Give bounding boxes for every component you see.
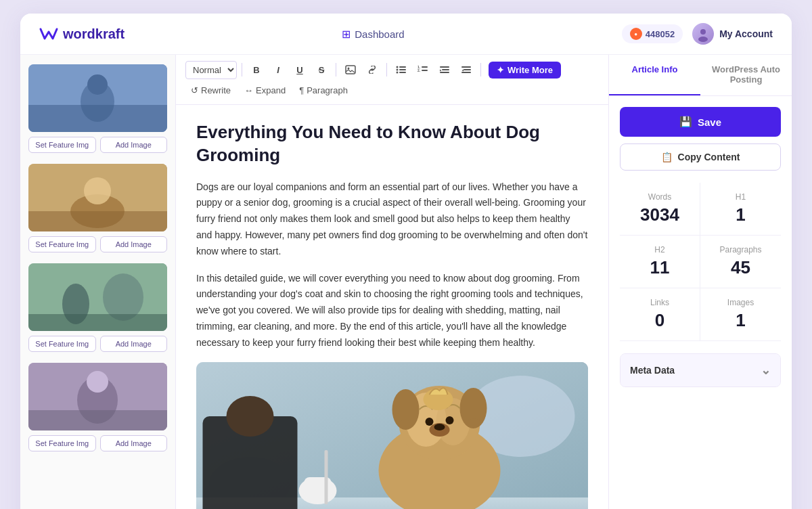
image-actions: Set Feature Img Add Image xyxy=(28,236,167,252)
ordered-list-button[interactable]: 1.2. xyxy=(413,60,432,79)
image-thumbnail xyxy=(28,164,167,231)
editor-content[interactable]: Everything You Need to Know About Dog Gr… xyxy=(176,105,608,509)
stat-links: Links 0 xyxy=(620,288,700,341)
nav-right: ● 448052 My Account xyxy=(622,23,773,45)
add-image-btn[interactable]: Add Image xyxy=(100,336,168,352)
italic-button[interactable]: I xyxy=(269,60,288,79)
account-button[interactable]: My Account xyxy=(692,23,773,45)
outdent-button[interactable] xyxy=(457,60,476,79)
links-label: Links xyxy=(627,298,693,307)
image-insert-button[interactable] xyxy=(341,60,360,79)
add-image-btn[interactable]: Add Image xyxy=(100,236,168,252)
svg-rect-17 xyxy=(28,410,167,430)
tab-wordpress[interactable]: WordPress Auto Posting xyxy=(700,55,792,95)
format-divider3 xyxy=(386,63,387,76)
paragraphs-label: Paragraphs xyxy=(707,245,774,255)
toolbar-divider4 xyxy=(480,63,481,76)
svg-point-19 xyxy=(348,68,350,70)
format-select[interactable]: Normal xyxy=(185,61,237,79)
image-thumbnail xyxy=(28,263,167,331)
expand-button[interactable]: ↔ Expand xyxy=(239,82,291,99)
format-divider xyxy=(242,63,242,76)
stat-h1: H1 1 xyxy=(700,183,781,236)
panel-body: 💾 Save 📋 Copy Content Words 3034 H1 1 xyxy=(609,96,792,509)
link-button[interactable] xyxy=(363,60,382,79)
account-label: My Account xyxy=(719,28,773,39)
dashboard-link[interactable]: Dashboard xyxy=(355,28,404,40)
h2-label: H2 xyxy=(627,245,693,255)
svg-point-12 xyxy=(103,273,143,321)
tab-article-info[interactable]: Article Info xyxy=(609,55,700,95)
svg-rect-29 xyxy=(422,70,428,71)
image-thumbnail xyxy=(28,363,167,430)
logo[interactable]: wordkraft xyxy=(39,26,125,42)
set-feature-img-btn[interactable]: Set Feature Img xyxy=(28,236,96,252)
set-feature-img-btn[interactable]: Set Feature Img xyxy=(28,336,96,352)
svg-point-54 xyxy=(434,424,445,430)
expand-icon: ↔ xyxy=(244,85,253,95)
svg-rect-32 xyxy=(440,72,449,73)
add-image-btn[interactable]: Add Image xyxy=(100,137,168,153)
svg-rect-9 xyxy=(28,211,167,231)
svg-point-0 xyxy=(700,29,706,35)
format-divider2 xyxy=(336,63,336,76)
meta-data-toggle[interactable]: Meta Data ⌄ xyxy=(621,354,780,386)
svg-rect-33 xyxy=(461,66,471,68)
main-content: Set Feature Img Add Image Set Feature Im… xyxy=(20,55,792,509)
panel-tabs: Article Info WordPress Auto Posting xyxy=(609,55,792,96)
svg-rect-35 xyxy=(461,72,471,73)
nav-center: ⊞ Dashboard xyxy=(342,28,404,41)
copy-icon: 📋 xyxy=(661,152,673,162)
copy-content-button[interactable]: 📋 Copy Content xyxy=(620,143,781,171)
svg-point-22 xyxy=(397,69,399,71)
paragraph-icon: ¶ xyxy=(299,85,304,95)
stat-words: Words 3034 xyxy=(620,183,700,236)
strikethrough-button[interactable]: S xyxy=(312,60,331,79)
copy-label: Copy Content xyxy=(678,152,740,162)
paragraph-button[interactable]: ¶ Paragraph xyxy=(294,82,353,99)
svg-rect-34 xyxy=(464,69,471,70)
images-value: 1 xyxy=(707,310,774,331)
indent-button[interactable] xyxy=(435,60,454,79)
svg-point-50 xyxy=(460,388,487,428)
image-card: Set Feature Img Add Image xyxy=(28,363,167,451)
save-button[interactable]: 💾 Save xyxy=(620,107,781,137)
article-paragraph-2: In this detailed guide, we will cover ev… xyxy=(196,271,588,351)
set-feature-img-btn[interactable]: Set Feature Img xyxy=(28,435,96,451)
set-feature-img-btn[interactable]: Set Feature Img xyxy=(28,137,96,153)
stat-images: Images 1 xyxy=(700,288,781,341)
svg-point-8 xyxy=(84,177,111,204)
svg-rect-5 xyxy=(28,105,167,132)
svg-point-4 xyxy=(87,74,108,95)
credits-badge: ● 448052 xyxy=(622,24,683,43)
svg-rect-27 xyxy=(422,66,428,68)
write-more-button[interactable]: ✦ Write More xyxy=(489,62,561,79)
svg-point-1 xyxy=(698,37,708,42)
bold-button[interactable]: B xyxy=(247,60,266,79)
right-panel: Article Info WordPress Auto Posting 💾 Sa… xyxy=(609,55,792,509)
unordered-list-button[interactable] xyxy=(392,60,411,79)
logo-icon xyxy=(39,26,58,41)
credits-value: 448052 xyxy=(646,29,675,39)
words-value: 3034 xyxy=(627,204,693,225)
svg-rect-44 xyxy=(325,450,328,504)
save-icon: 💾 xyxy=(679,116,692,128)
underline-button[interactable]: U xyxy=(290,60,309,79)
dashboard-grid-icon: ⊞ xyxy=(342,28,351,41)
left-sidebar: Set Feature Img Add Image Set Feature Im… xyxy=(20,55,176,509)
rewrite-button[interactable]: ↺ Rewrite xyxy=(185,82,236,99)
rewrite-icon: ↺ xyxy=(191,85,198,95)
app-name: wordkraft xyxy=(63,26,125,42)
top-nav: wordkraft ⊞ Dashboard ● 448052 My Accoun… xyxy=(20,14,792,55)
svg-point-49 xyxy=(392,389,420,430)
add-image-btn[interactable]: Add Image xyxy=(100,435,168,451)
save-label: Save xyxy=(698,116,721,128)
svg-rect-23 xyxy=(399,69,406,70)
article-title: Everything You Need to Know About Dog Gr… xyxy=(196,121,588,167)
meta-data-label: Meta Data xyxy=(630,365,675,376)
svg-point-51 xyxy=(426,418,434,426)
h2-value: 11 xyxy=(627,257,693,278)
paragraphs-value: 45 xyxy=(707,257,774,278)
svg-point-52 xyxy=(446,416,454,424)
editor-toolbar: Normal B I U S 1.2. xyxy=(176,55,608,105)
